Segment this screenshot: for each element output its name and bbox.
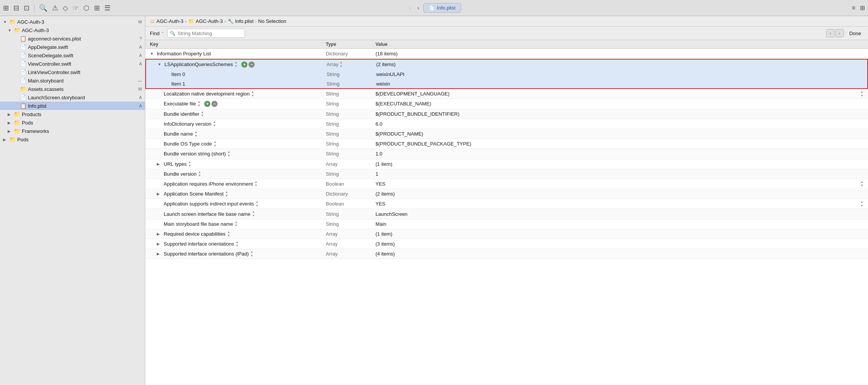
stepper-url-types[interactable]: ▲▼ xyxy=(188,160,191,168)
stepper-bundle-os[interactable]: ▲▼ xyxy=(213,140,216,147)
bookmark-icon[interactable]: ◇ xyxy=(63,4,68,12)
stepper-bundle-ver-short[interactable]: ▲▼ xyxy=(228,150,231,157)
sidebar-item-viewcontroller[interactable]: 📄 ViewController.swift A xyxy=(0,60,145,68)
stepper-info-dict[interactable]: ▲▼ xyxy=(213,120,216,128)
cursor-icon[interactable]: ☞ xyxy=(73,4,79,12)
table-row[interactable]: InfoDictionary version ▲▼ String 6.0 xyxy=(145,119,868,129)
stepper-orientations[interactable]: ▲▼ xyxy=(236,240,239,247)
sidebar-label-main-storyboard: Main.storyboard xyxy=(28,78,133,84)
table-row[interactable]: ▶ Supported interface orientations (iPad… xyxy=(145,249,868,259)
breadcrumb-agc-auth-3[interactable]: AGC-Auth-3 xyxy=(156,18,184,24)
disclosure-ls-queries[interactable]: ▼ xyxy=(158,62,163,66)
breadcrumb-info-plist[interactable]: 🔧 Info.plist xyxy=(228,18,254,24)
stepper-main-storyboard[interactable]: ▲▼ xyxy=(234,220,237,228)
stepper-app-iphone[interactable]: ▲▼ xyxy=(254,180,257,188)
stepper-bundle-id[interactable]: ▲▼ xyxy=(201,110,204,118)
table-row[interactable]: Localization native development region ▲… xyxy=(145,89,868,99)
table-row[interactable]: Main storyboard file base name ▲▼ String… xyxy=(145,219,868,229)
stepper-localization[interactable]: ▲▼ xyxy=(251,90,254,97)
disclosure-info-prop-list[interactable]: ▼ xyxy=(150,52,155,56)
tag-icon[interactable]: ⬡ xyxy=(83,4,89,12)
add-button-executable[interactable]: + xyxy=(204,101,210,107)
table-row[interactable]: Item 1 String weixin xyxy=(145,79,868,89)
sidebar-item-agconnect[interactable]: 📋 agconnect-services.plist ? xyxy=(0,34,145,43)
row-key-main-storyboard: Main storyboard file base name ▲▼ xyxy=(150,220,326,228)
sidebar-item-assets[interactable]: 📁 Assets.xcassets M xyxy=(0,85,145,93)
table-row[interactable]: Launch screen interface file base name ▲… xyxy=(145,209,868,219)
search-icon[interactable]: 🔍 xyxy=(39,4,47,12)
stepper-executable[interactable]: ▲▼ xyxy=(198,100,201,107)
add-button-ls-queries[interactable]: + xyxy=(241,61,247,68)
value-stepper-localization[interactable]: ▲▼ xyxy=(860,90,863,97)
type-stepper-ls-queries[interactable]: ▲▼ xyxy=(340,61,343,68)
sidebar-item-info-plist[interactable]: 📋 Info.plist A xyxy=(0,102,145,110)
table-row[interactable]: ▶ Supported interface orientations ▲▼ Ar… xyxy=(145,239,868,249)
sidebar-item-linkviewcontroller[interactable]: 📄 LinkViewController.swift xyxy=(0,68,145,76)
disclosure-scene-manifest[interactable]: ▶ xyxy=(157,192,162,196)
sidebar: ▼ 📁 AGC-Auth-3 M ▼ 📁 AGC-Auth-3 📋 agconn… xyxy=(0,16,145,385)
sidebar-item-launchscreen[interactable]: 📄 LaunchScreen.storyboard A xyxy=(0,93,145,102)
table-row[interactable]: Bundle OS Type code ▲▼ String $(PRODUCT_… xyxy=(145,139,868,149)
table-row[interactable]: ▼ LSApplicationQueriesSchemes ▲▼ + − Arr… xyxy=(145,59,868,69)
table-row[interactable]: Application requires iPhone environment … xyxy=(145,179,868,189)
sidebar-item-agc-auth-root[interactable]: ▼ 📁 AGC-Auth-3 M xyxy=(0,18,145,26)
folder-icon-pods-root: 📁 xyxy=(9,136,16,142)
value-stepper-indirect-input[interactable]: ▲▼ xyxy=(860,200,863,207)
table-row[interactable]: Item 0 String weixinULAPI xyxy=(145,69,868,79)
info-plist-tab[interactable]: 📄 Info.plist xyxy=(423,3,461,13)
find-next-button[interactable]: › xyxy=(835,29,844,37)
find-prev-button[interactable]: ‹ xyxy=(826,29,835,37)
table-row[interactable]: ▼ Information Property List Dictionary (… xyxy=(145,49,868,59)
row-key-indirect-input: Application supports indirect input even… xyxy=(150,200,326,207)
stepper-indirect-input[interactable]: ▲▼ xyxy=(255,200,258,207)
find-done-button[interactable]: Done xyxy=(847,30,863,37)
sidebar-item-pods-root[interactable]: ▶ 📁 Pods xyxy=(0,135,145,144)
sidebar-item-products[interactable]: ▶ 📁 Products xyxy=(0,110,145,118)
stepper-launch-screen-name[interactable]: ▲▼ xyxy=(252,210,255,217)
disclosure-req-device[interactable]: ▶ xyxy=(157,232,162,236)
table-row[interactable]: Bundle identifier ▲▼ String $(PRODUCT_BU… xyxy=(145,109,868,119)
table-row[interactable]: Bundle name ▲▼ String $(PRODUCT_NAME) xyxy=(145,129,868,139)
sidebar-item-main-storyboard[interactable]: 📄 Main.storyboard — xyxy=(0,76,145,85)
find-input[interactable] xyxy=(167,29,245,38)
key-text-orientations: Supported interface orientations xyxy=(164,241,234,247)
table-row[interactable]: ▶ URL types ▲▼ Array (1 item) xyxy=(145,159,868,169)
nav-forward-button[interactable]: › xyxy=(415,3,421,13)
breadcrumb-agc-auth-3-folder[interactable]: 📁 AGC-Auth-3 xyxy=(188,18,223,24)
warning-icon[interactable]: ⚠ xyxy=(52,4,58,12)
table-row[interactable]: ▶ Application Scene Manifest ▲▼ Dictiona… xyxy=(145,189,868,199)
disclosure-orientations-ipad[interactable]: ▶ xyxy=(157,252,162,256)
stepper-bundle-name[interactable]: ▲▼ xyxy=(195,130,198,138)
sidebar-item-scenedelegate[interactable]: 📄 SceneDelegate.swift A xyxy=(0,51,145,60)
key-text-executable: Executable file xyxy=(164,101,196,107)
find-chevron-icon[interactable]: ⌃ xyxy=(161,31,164,36)
stepper-ls-queries[interactable]: ▲▼ xyxy=(234,61,237,68)
table-row[interactable]: Bundle version string (short) ▲▼ String … xyxy=(145,149,868,159)
table-row[interactable]: ▶ Required device capabilities ▲▼ Array … xyxy=(145,229,868,239)
stepper-orientations-ipad[interactable]: ▲▼ xyxy=(250,250,254,257)
menu-icon[interactable]: ≡ xyxy=(852,5,855,11)
row-value-executable: $(EXECUTABLE_NAME) xyxy=(375,101,863,107)
nav-back-button[interactable]: ‹ xyxy=(407,3,413,13)
table-row[interactable]: Application supports indirect input even… xyxy=(145,199,868,209)
remove-button-executable[interactable]: − xyxy=(211,101,218,107)
hierarchy-icon[interactable]: ⊡ xyxy=(24,4,29,12)
grid2-icon[interactable]: ⊞ xyxy=(94,4,100,12)
table-row[interactable]: Executable file ▲▼ + − String $(EXECUTAB… xyxy=(145,99,868,109)
value-stepper-app-iphone[interactable]: ▲▼ xyxy=(860,180,863,188)
table-row[interactable]: Bundle version ▲▼ String 1 xyxy=(145,169,868,179)
stepper-scene-manifest[interactable]: ▲▼ xyxy=(225,190,228,197)
sidebar-item-frameworks[interactable]: ▶ 📁 Frameworks xyxy=(0,127,145,135)
stepper-req-device[interactable]: ▲▼ xyxy=(227,230,230,238)
sidebar-item-agc-auth-group[interactable]: ▼ 📁 AGC-Auth-3 xyxy=(0,26,145,34)
sidebar-item-appdelegate[interactable]: 📄 AppDelegate.swift A xyxy=(0,43,145,51)
stop-icon[interactable]: ⊟ xyxy=(13,4,19,12)
sidebar-item-pods[interactable]: ▶ 📁 Pods xyxy=(0,118,145,127)
disclosure-orientations[interactable]: ▶ xyxy=(157,242,162,246)
remove-button-ls-queries[interactable]: − xyxy=(249,61,255,68)
grid-icon[interactable]: ⊞ xyxy=(3,4,9,12)
doc-icon[interactable]: ☰ xyxy=(104,4,111,12)
inspector-icon[interactable]: ⊞ xyxy=(860,4,865,11)
disclosure-url-types[interactable]: ▶ xyxy=(157,162,162,166)
stepper-bundle-ver[interactable]: ▲▼ xyxy=(198,170,201,178)
